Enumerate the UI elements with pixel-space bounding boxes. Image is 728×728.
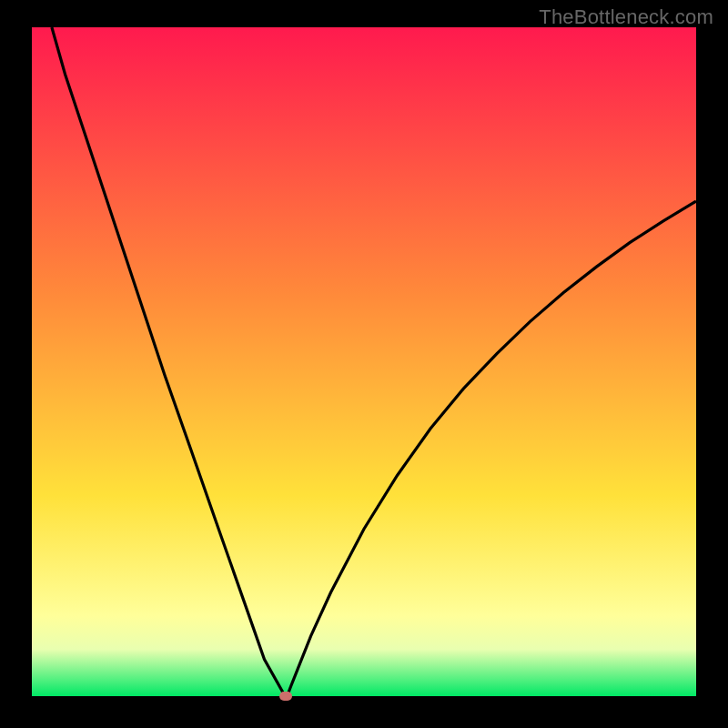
bottleneck-curve: [52, 27, 696, 696]
chart-frame: TheBottleneck.com: [0, 0, 728, 728]
plot-area: [32, 27, 696, 696]
optimal-point-marker: [279, 692, 292, 701]
watermark-text: TheBottleneck.com: [539, 5, 713, 29]
curve-layer: [32, 27, 696, 696]
